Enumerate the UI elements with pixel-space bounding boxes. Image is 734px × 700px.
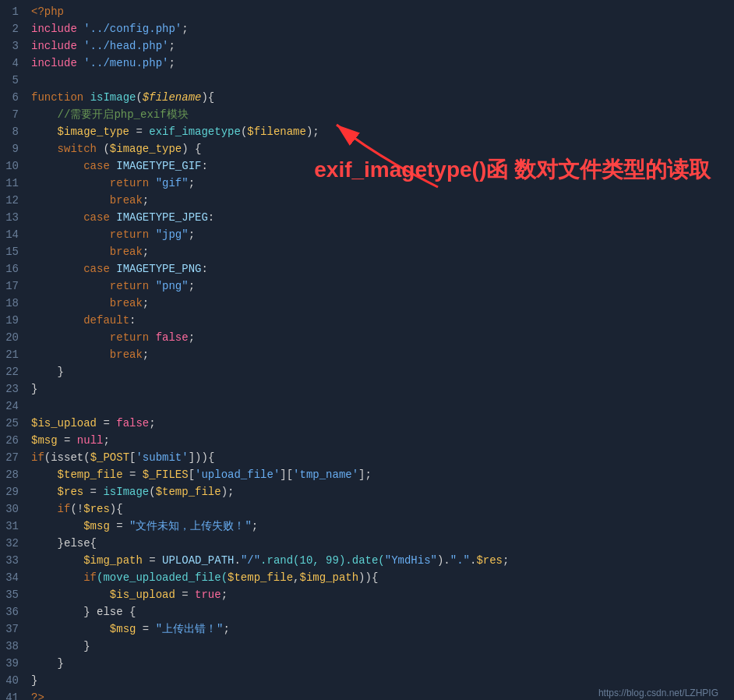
line-content: function isImage($filename){ [28,89,734,106]
line-number: 9 [0,140,28,157]
table-row: 26$msg = null; [0,432,734,449]
table-row: 14 return "jpg"; [0,226,734,243]
line-content [28,398,734,415]
line-number: 10 [0,157,28,175]
table-row: 15 break; [0,243,734,260]
line-number: 4 [0,55,28,72]
table-row: 8 $image_type = exif_imagetype($filename… [0,123,734,140]
line-content: }else{ [28,535,734,552]
line-number: 1 [0,3,28,20]
line-number: 20 [0,329,28,346]
table-row: 31 $msg = "文件未知，上传失败！"; [0,518,734,535]
line-content: if(move_uploaded_file($temp_file,$img_pa… [28,569,734,586]
table-row: 13 case IMAGETYPE_JPEG: [0,209,734,226]
table-row: 10 case IMAGETYPE_GIF: [0,157,734,175]
table-row: 4include '../menu.php'; [0,55,734,72]
line-number: 6 [0,89,28,106]
table-row: 35 $is_upload = true; [0,586,734,603]
line-content: $img_path = UPLOAD_PATH."/".rand(10, 99)… [28,552,734,569]
line-content: break; [28,192,734,209]
table-row: 6function isImage($filename){ [0,89,734,106]
line-number: 23 [0,380,28,398]
line-number: 28 [0,466,28,483]
table-row: 7 //需要开启php_exif模块 [0,106,734,123]
line-number: 32 [0,535,28,552]
line-content: include '../menu.php'; [28,55,734,72]
table-row: 22 } [0,363,734,380]
table-row: 34 if(move_uploaded_file($temp_file,$img… [0,569,734,586]
line-number: 36 [0,603,28,620]
code-container: 1<?php2include '../config.php';3include … [0,0,734,700]
line-content: $is_upload = true; [28,586,734,603]
line-content: if(!$res){ [28,500,734,518]
line-number: 29 [0,483,28,500]
table-row: 3include '../head.php'; [0,37,734,55]
line-number: 33 [0,552,28,569]
line-number: 34 [0,569,28,586]
line-content: $image_type = exif_imagetype($filename); [28,123,734,140]
table-row: 36 } else { [0,603,734,620]
table-row: 33 $img_path = UPLOAD_PATH."/".rand(10, … [0,552,734,569]
table-row: 12 break; [0,192,734,209]
line-content: } [28,363,734,380]
line-content: return "png"; [28,278,734,295]
line-content: return "jpg"; [28,226,734,243]
line-number: 40 [0,672,28,689]
table-row: 20 return false; [0,329,734,346]
table-row: 32 }else{ [0,535,734,552]
table-row: 29 $res = isImage($temp_file); [0,483,734,500]
table-row: 17 return "png"; [0,278,734,295]
line-content: $msg = null; [28,432,734,449]
line-content: } [28,638,734,655]
table-row: 25$is_upload = false; [0,415,734,432]
line-number: 31 [0,518,28,535]
line-number: 21 [0,346,28,363]
line-content: $msg = "文件未知，上传失败！"; [28,518,734,535]
table-row: 1<?php [0,3,734,20]
line-content: return "gif"; [28,175,734,192]
line-number: 5 [0,72,28,89]
line-number: 26 [0,432,28,449]
table-row: 16 case IMAGETYPE_PNG: [0,260,734,278]
line-number: 35 [0,586,28,603]
line-content: default: [28,312,734,329]
line-content: } [28,380,734,398]
table-row: 38 } [0,638,734,655]
line-number: 2 [0,20,28,37]
line-content: case IMAGETYPE_GIF: [28,157,734,175]
table-row: 28 $temp_file = $_FILES['upload_file']['… [0,466,734,483]
line-number: 27 [0,449,28,466]
line-content: include '../head.php'; [28,37,734,55]
table-row: 18 break; [0,295,734,312]
line-number: 8 [0,123,28,140]
line-number: 14 [0,226,28,243]
table-row: 23} [0,380,734,398]
table-row: 27if(isset($_POST['submit'])){ [0,449,734,466]
line-number: 15 [0,243,28,260]
line-number: 3 [0,37,28,55]
line-content: break; [28,295,734,312]
line-number: 13 [0,209,28,226]
line-content: if(isset($_POST['submit'])){ [28,449,734,466]
line-number: 38 [0,638,28,655]
line-number: 11 [0,175,28,192]
watermark: https://blog.csdn.net/LZHPIG [598,684,718,700]
table-row: 19 default: [0,312,734,329]
line-number: 41 [0,689,28,700]
line-content: break; [28,346,734,363]
line-number: 30 [0,500,28,518]
line-content [28,72,734,89]
line-content: $msg = "上传出错！"; [28,620,734,638]
line-number: 12 [0,192,28,209]
table-row: 37 $msg = "上传出错！"; [0,620,734,638]
line-number: 25 [0,415,28,432]
line-number: 17 [0,278,28,295]
line-content: return false; [28,329,734,346]
table-row: 39 } [0,655,734,672]
table-row: 11 return "gif"; [0,175,734,192]
line-number: 24 [0,398,28,415]
line-number: 16 [0,260,28,278]
table-row: 5 [0,72,734,89]
line-content: case IMAGETYPE_JPEG: [28,209,734,226]
line-number: 7 [0,106,28,123]
